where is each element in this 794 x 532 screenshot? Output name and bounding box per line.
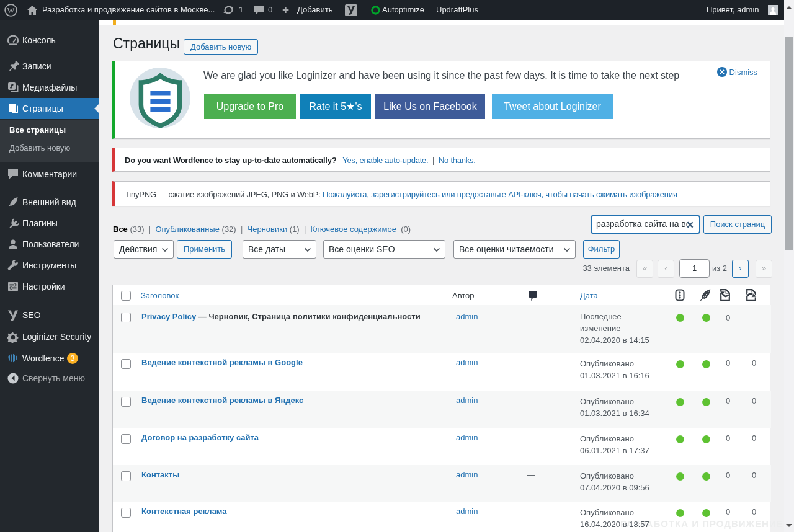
svg-text:W: W — [7, 6, 15, 15]
